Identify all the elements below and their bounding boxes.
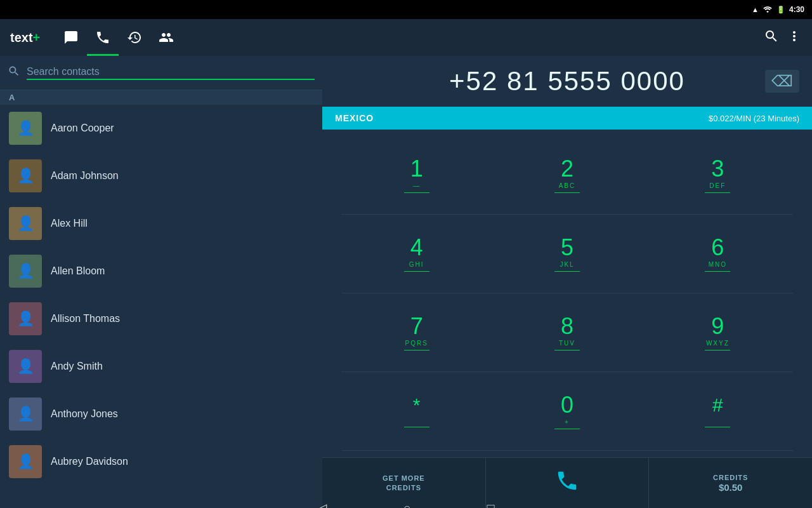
logo-text: text [10,30,33,44]
contact-name: Aaron Cooper [51,123,114,134]
nav-right [764,29,802,46]
home-btn[interactable]: ○ [403,501,410,509]
avatar: 👤 [9,207,42,240]
dial-key-0[interactable]: 0 + [492,372,642,451]
dial-key-7[interactable]: 7 PQRS [341,293,492,372]
phone-display: +52 81 5555 0000 ⌫ [322,56,812,107]
key-number: 9 [711,315,724,338]
key-letters [716,416,719,425]
dialer-panel: +52 81 5555 0000 ⌫ MEXICO $0.022/MIN (23… [322,56,812,508]
search-bar [0,56,322,90]
list-item[interactable]: 👤 Anthony Jones [0,391,322,438]
call-icon [555,469,579,498]
key-letters: DEF [709,182,726,190]
contact-name: Aubrey Davidson [51,456,128,467]
avatar: 👤 [9,159,42,192]
backspace-btn[interactable]: ⌫ [765,70,799,93]
key-underline [705,427,730,427]
key-underline [705,350,730,351]
key-number: # [712,396,723,415]
dial-key-9[interactable]: 9 WXYZ [643,293,793,372]
status-bar: ▲ 🔋 4:30 [0,0,812,19]
contact-name: Alex Hill [51,218,88,229]
key-number: 3 [711,157,724,180]
key-underline [554,429,580,429]
dial-key-star[interactable]: * [341,372,492,451]
avatar: 👤 [9,255,42,288]
call-btn[interactable] [486,458,650,508]
credits-display: CREDITS $0.50 [649,458,812,508]
nav-calls-btn[interactable] [87,19,119,56]
key-letters: TUV [559,339,575,348]
country-label: MEXICO [335,113,374,123]
more-menu-btn[interactable] [787,29,802,46]
key-underline [554,192,580,193]
search-nav-btn[interactable] [764,29,779,46]
contacts-panel: A 👤 Aaron Cooper 👤 Adam Johnson 👤 Alex H… [0,56,322,508]
nav-messages-btn[interactable] [55,19,87,56]
app-logo: text+ [10,29,40,46]
key-number: 5 [561,236,573,259]
battery-icon: 🔋 [776,6,785,14]
main-layout: A 👤 Aaron Cooper 👤 Adam Johnson 👤 Alex H… [0,56,812,508]
dial-key-5[interactable]: 5 JKL [492,215,642,293]
phone-number: +52 81 5555 0000 [449,66,685,97]
key-letters: MNO [709,260,727,269]
key-letters: ABC [559,182,576,190]
credits-label: CREDITS [713,473,748,482]
wifi-icon [763,5,773,14]
list-item[interactable]: 👤 Alex Hill [0,200,322,248]
dial-key-2[interactable]: 2 ABC [492,136,642,215]
list-item[interactable]: 👤 Andy Smith [0,343,322,391]
section-header-a: A [0,90,322,105]
key-letters [415,416,418,425]
avatar: 👤 [9,350,42,383]
dial-key-8[interactable]: 8 TUV [492,293,642,372]
list-item[interactable]: 👤 Allison Thomas [0,295,322,343]
status-time: 4:30 [789,5,804,14]
key-underline [554,350,580,351]
key-letters: + [565,418,570,427]
key-letters: GHI [409,260,424,269]
contact-name: Adam Johnson [51,170,119,182]
key-underline [705,271,730,272]
dial-key-hash[interactable]: # [643,372,793,451]
list-item[interactable]: 👤 Adam Johnson [0,152,322,200]
key-underline [404,192,429,193]
recents-btn[interactable]: □ [487,501,495,509]
list-item[interactable]: 👤 Allen Bloom [0,248,322,295]
key-letters: PQRS [405,339,428,348]
dial-key-1[interactable]: 1 — [341,136,492,215]
credits-value: $0.50 [719,482,743,493]
key-number: 8 [561,315,573,338]
contact-list: A 👤 Aaron Cooper 👤 Adam Johnson 👤 Alex H… [0,90,322,508]
signal-icon: ▲ [752,6,759,13]
key-number: 4 [410,236,423,259]
key-number: 2 [561,157,573,180]
contact-name: Anthony Jones [51,408,118,420]
avatar: 👤 [9,398,42,431]
key-letters: JKL [560,260,574,269]
dial-pad: 1 — 2 ABC 3 DEF 4 GHI [322,130,812,457]
list-item[interactable]: 👤 Aaron Cooper [0,105,322,152]
key-number: 6 [711,236,724,259]
key-number: * [413,396,421,415]
key-underline [404,350,429,351]
dial-key-4[interactable]: 4 GHI [341,215,492,293]
dial-key-3[interactable]: 3 DEF [643,136,793,215]
key-underline [404,427,429,427]
rate-label: $0.022/MIN (23 Minutes) [709,114,799,123]
contact-name: Andy Smith [51,361,103,372]
key-number: 7 [410,315,423,338]
back-btn[interactable]: ◁ [317,500,327,508]
search-icon [8,65,20,81]
key-underline [554,271,580,272]
dial-key-6[interactable]: 6 MNO [643,215,793,293]
nav-contacts-btn[interactable] [150,19,182,56]
nav-recents-btn[interactable] [119,19,150,56]
avatar: 👤 [9,302,42,335]
logo-plus: + [33,30,41,44]
bottom-bar: GET MORE CREDITS CREDITS $0.50 [322,457,812,508]
list-item[interactable]: 👤 Aubrey Davidson [0,438,322,486]
search-input[interactable] [27,66,315,80]
